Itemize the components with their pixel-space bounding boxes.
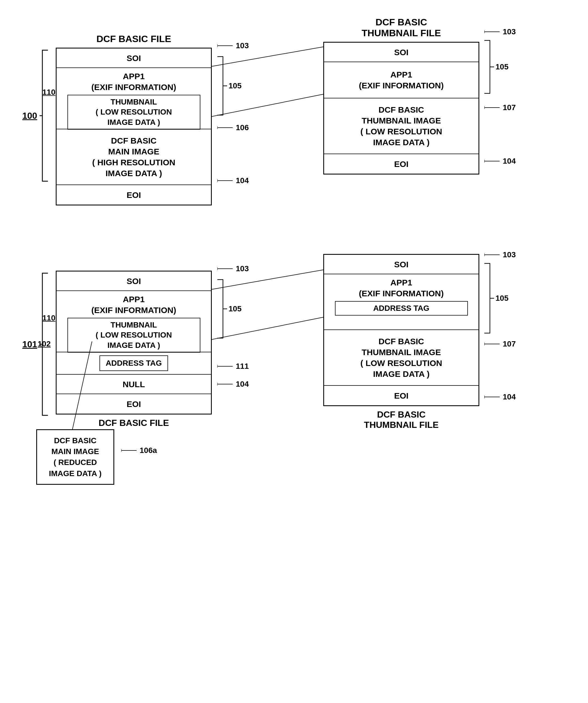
top-right-appi: APP1(EXIF INFORMATION) — [324, 62, 479, 98]
label-103-bot-right: 103 — [503, 250, 516, 259]
label-105-top-right: 105 — [496, 63, 509, 71]
label-107-top: 107 — [503, 103, 516, 112]
bottom-right-dcf-thumb: DCF BASICTHUMBNAIL IMAGE( LOW RESOLUTION… — [324, 330, 479, 386]
bottom-diagram: 101 placeholder SOI APP1(EXIF INFORMATIO… — [22, 240, 566, 468]
top-right-eoi: EOI — [324, 154, 479, 174]
label-104-bot-right: 104 — [503, 392, 516, 401]
bottom-right-eoi: EOI — [324, 386, 479, 405]
label-104-top-right: 104 — [503, 157, 516, 166]
label-105-bot-right: 105 — [496, 294, 509, 303]
svg-line-6 — [212, 47, 323, 66]
label-103-top-right: 103 — [503, 27, 516, 36]
main-diagram: 100 DCF BASIC FILE SOI APP1(EXIF INFORMA… — [22, 17, 566, 468]
top-right-soi: SOI — [324, 43, 479, 62]
subbox-connector — [22, 240, 245, 468]
top-right-file-block: SOI APP1(EXIF INFORMATION) DCF BASICTHUM… — [323, 42, 479, 174]
bottom-right-title-label: DCF BASICTHUMBNAIL FILE — [323, 409, 479, 430]
svg-line-7 — [212, 94, 323, 116]
label-107-bot: 107 — [503, 339, 516, 348]
bottom-right-soi: SOI — [324, 255, 479, 274]
bottom-right-appi: APP1(EXIF INFORMATION) ADDRESS TAG — [324, 274, 479, 330]
top-diagram: 100 DCF BASIC FILE SOI APP1(EXIF INFORMA… — [22, 17, 566, 206]
top-right-title: DCF BASICTHUMBNAIL FILE — [323, 17, 479, 38]
top-right-dcf-thumb: DCF BASICTHUMBNAIL IMAGE( LOW RESOLUTION… — [324, 98, 479, 154]
bottom-right-file-block: SOI APP1(EXIF INFORMATION) ADDRESS TAG D… — [323, 254, 479, 406]
svg-line-30 — [73, 341, 92, 429]
